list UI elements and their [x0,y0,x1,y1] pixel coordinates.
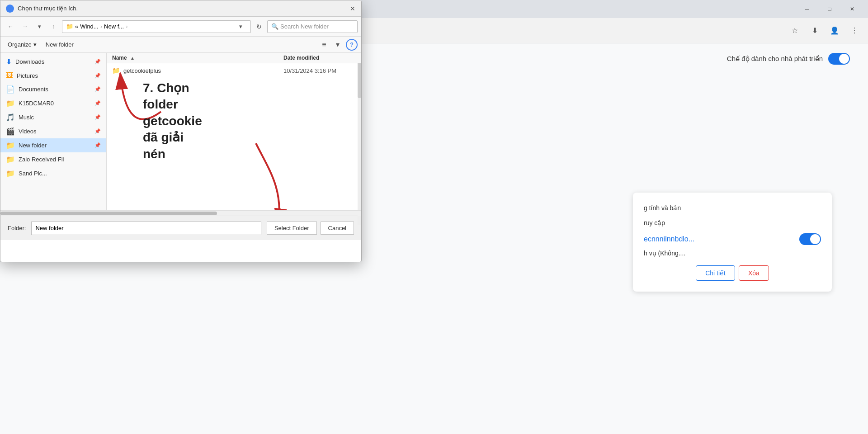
dev-mode-label: Chế độ dành cho nhà phát triển [727,55,823,63]
sidebar-item-new-folder[interactable]: 📁 New folder 📌 [0,138,106,152]
ext-card-link[interactable]: ecnnnilnnbdlo... [644,235,694,243]
dialog-toolbar: Organize ▾ New folder ≡ ▾ ? [0,37,361,53]
remove-button[interactable]: Xóa [739,265,769,281]
window-controls: ─ □ ✕ [797,4,863,14]
file-name-getcookiefplus: getcookiefplus [123,67,280,74]
addr-arrow-1: › [100,23,102,30]
file-row-getcookiefplus[interactable]: 📁 getcookiefplus 10/31/2024 3:16 PM [107,63,361,78]
folder-label: Folder: [8,225,26,231]
sidebar-pin-music: 📌 [94,114,101,120]
file-folder-icon: 📁 [112,67,120,74]
documents-icon: 📄 [6,85,15,94]
sidebar-pin-pictures: 📌 [94,73,101,79]
dialog-main: Name ▲ Date modified 📁 getcookiefplus 10… [107,53,361,210]
search-text: Search New folder [280,23,329,30]
view-controls: ≡ ▾ [318,38,344,51]
sidebar-item-documents[interactable]: 📄 Documents 📌 [0,82,106,96]
new-folder-sidebar-icon: 📁 [6,141,15,150]
downloads-icon: ⬇ [6,57,12,66]
sidebar-item-k15[interactable]: 📁 K15DCMAR0 📌 [0,96,106,110]
ext-card-text2: ruy cập [644,218,821,228]
cancel-button[interactable]: Cancel [321,222,354,235]
sidebar-item-zalo[interactable]: 📁 Zalo Received Fil [0,152,106,166]
addr-arrow-2: › [126,23,127,30]
dialog-title: Chọn thư mục tiện ích. [18,5,356,12]
dialog-scrollbar-thumb [0,212,217,215]
ext-card-text1: g tính và bản [644,203,821,213]
organize-button[interactable]: Organize ▾ [4,39,40,50]
ext-card-buttons: Chi tiết Xóa [644,265,821,281]
dialog-forward-button[interactable]: → [19,20,31,33]
file-dialog: Chọn thư mục tiện ích. ✕ ← → ▾ ↑ 📁 « Win… [0,0,362,262]
col-sort-arrow: ▲ [130,56,135,61]
addr-folder-icon: 📁 [66,23,73,30]
download-button[interactable]: ⬇ [807,23,823,39]
extension-card: g tính và bản ruy cập ecnnnilnnbdlo... h… [633,193,832,292]
view-options-button[interactable]: ▾ [331,38,344,51]
videos-icon: 🎬 [6,127,15,136]
footer-buttons: Select Folder Cancel [267,222,354,235]
addr-sep: « [75,23,78,30]
search-icon: 🔍 [271,23,278,30]
file-list-header: Name ▲ Date modified [107,53,361,63]
bookmark-button[interactable]: ☆ [787,23,803,39]
new-folder-button[interactable]: New folder [42,39,77,50]
minimize-button[interactable]: ─ [797,4,817,14]
search-box[interactable]: 🔍 Search New folder [267,20,358,33]
sidebar-item-sand[interactable]: 📁 Sand Pic... [0,166,106,180]
annotation-line2: getcookie đã giải nén [143,114,202,161]
ext-card-toggle[interactable] [799,233,821,245]
addr-expand-button[interactable]: ▾ [234,20,247,33]
k15-icon: 📁 [6,99,15,108]
dialog-dropdown-button[interactable]: ▾ [33,20,46,33]
detail-button[interactable]: Chi tiết [696,265,735,281]
sidebar-documents-label: Documents [19,86,48,93]
dialog-footer: Folder: Select Folder Cancel [0,216,361,240]
close-button[interactable]: ✕ [842,4,863,14]
sidebar-item-videos[interactable]: 🎬 Videos 📌 [0,124,106,138]
addr-controls: ▾ [234,20,247,33]
addr-current: New f... [104,23,124,30]
ext-service-text: h vụ (Không.... [644,249,821,258]
sidebar-pin-k15: 📌 [94,100,101,106]
organize-label: Organize [8,41,32,48]
dialog-close-button[interactable]: ✕ [348,4,358,14]
menu-button[interactable]: ⋮ [846,23,863,39]
sidebar-item-downloads[interactable]: ⬇ Downloads 📌 [0,55,106,69]
dialog-refresh-button[interactable]: ↻ [253,20,265,33]
help-button[interactable]: ? [346,39,358,51]
select-folder-button[interactable]: Select Folder [267,222,317,235]
dev-mode-toggle[interactable] [828,53,850,65]
sidebar-pin-newfolder: 📌 [94,142,101,148]
toolbar-right: ☆ ⬇ 👤 ⋮ [787,23,863,39]
annotation-line1: 7. Chọn folder [143,81,189,111]
sidebar-k15-label: K15DCMAR0 [19,100,54,107]
file-date-getcookiefplus: 10/31/2024 3:16 PM [283,67,356,74]
col-date-header[interactable]: Date modified [283,55,356,61]
address-path[interactable]: 📁 « Wind... › New f... › ▾ [62,20,251,33]
sidebar-sand-label: Sand Pic... [19,170,47,177]
pictures-icon: 🖼 [6,71,13,80]
sidebar-videos-label: Videos [19,128,37,135]
sidebar-pictures-label: Pictures [17,72,38,79]
dialog-sidebar: ⬇ Downloads 📌 🖼 Pictures 📌 📄 Documents 📌… [0,53,107,210]
maximize-button[interactable]: □ [819,4,840,14]
sidebar-item-pictures[interactable]: 🖼 Pictures 📌 [0,69,106,82]
folder-input[interactable] [31,222,261,235]
dialog-up-button[interactable]: ↑ [47,20,60,33]
organize-arrow-icon: ▾ [33,41,37,48]
sidebar-music-label: Music [19,114,34,121]
sidebar-zalo-label: Zalo Received Fil [19,156,64,163]
music-icon: 🎵 [6,113,15,122]
sidebar-item-music[interactable]: 🎵 Music 📌 [0,110,106,124]
dialog-back-button[interactable]: ← [4,20,17,33]
sidebar-new-folder-label: New folder [19,142,47,149]
addr-root: Wind... [80,23,98,30]
annotation-text: 7. Chọn folder getcookie đã giải nén [143,80,202,162]
zalo-icon: 📁 [6,155,15,164]
profile-button[interactable]: 👤 [826,23,843,39]
view-toggle-button[interactable]: ≡ [318,38,330,51]
dialog-scrollbar[interactable] [0,210,361,216]
col-name-header[interactable]: Name ▲ [112,55,283,61]
dialog-addressbar: ← → ▾ ↑ 📁 « Wind... › New f... › ▾ ↻ 🔍 S… [0,17,361,37]
